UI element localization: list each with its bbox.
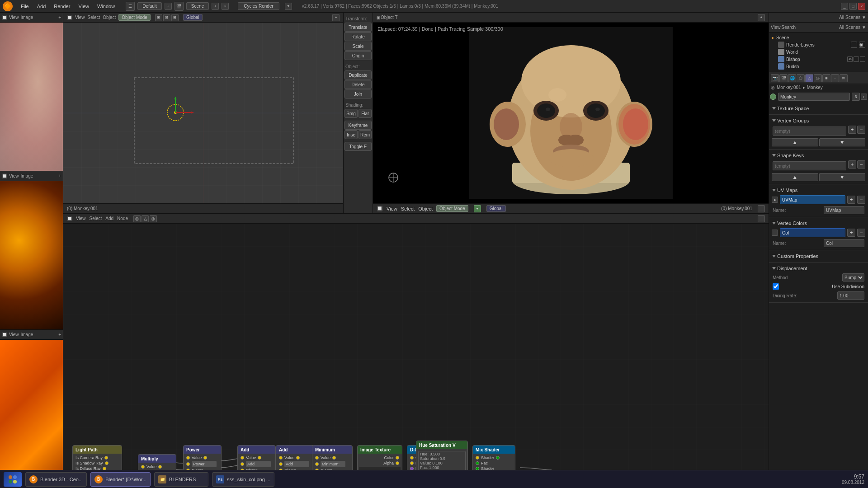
rem-button[interactable]: Rem xyxy=(359,130,372,139)
node-material-icon[interactable]: ◎ xyxy=(133,215,141,222)
render-global[interactable]: Global xyxy=(486,205,506,212)
scene-add[interactable]: + xyxy=(212,3,219,10)
scene-root[interactable]: ▸ Scene xyxy=(771,34,866,41)
rotate-button[interactable]: Rotate xyxy=(344,32,372,41)
taskbar-blender-ceo[interactable]: B Blender 3D - Ceo... xyxy=(25,472,87,487)
shape-key-down[interactable]: ▼ xyxy=(819,173,866,181)
minimum-value[interactable] xyxy=(321,461,345,467)
menu-render[interactable]: Render xyxy=(50,3,74,10)
taskbar-blender-active[interactable]: B Blender* [D:\Wor... xyxy=(90,472,151,487)
node-view-menu[interactable]: View xyxy=(76,216,86,221)
translate-button[interactable]: Translate xyxy=(344,23,372,32)
node-select-menu[interactable]: Select xyxy=(90,216,102,221)
shape-key-add[interactable]: + xyxy=(848,160,856,169)
render-viewport-toggle[interactable]: ● xyxy=(474,205,481,212)
ortho-object-menu[interactable]: Object xyxy=(103,15,116,20)
thumb-view-3[interactable]: View xyxy=(9,332,19,337)
viewport-toggle-3[interactable]: ⊞ xyxy=(171,14,179,21)
uv-map-name-input[interactable] xyxy=(780,195,845,204)
vertex-group-input[interactable] xyxy=(773,127,846,136)
thumb-expand-1[interactable]: + xyxy=(58,15,61,20)
prop-icon-material[interactable]: ◎ xyxy=(814,74,822,82)
thumb-image-1[interactable]: Image xyxy=(21,15,33,20)
add1-value[interactable] xyxy=(246,461,271,467)
thumb-view-1[interactable]: View xyxy=(9,15,19,20)
add2-value[interactable] xyxy=(284,461,309,467)
thumb-toolbar-3[interactable]: 🔲 xyxy=(2,332,7,337)
global-local-selector[interactable]: Global xyxy=(183,14,203,21)
thumb-view-2[interactable]: View xyxy=(9,174,19,178)
uv-map-remove[interactable]: − xyxy=(857,196,865,204)
origin-button[interactable]: Origin xyxy=(344,51,372,60)
vertex-color-remove[interactable]: − xyxy=(857,229,865,237)
toggle-e-button[interactable]: Toggle E xyxy=(344,142,372,151)
minimize-button[interactable]: _ xyxy=(841,3,848,10)
vertex-groups-header[interactable]: Vertex Groups xyxy=(771,117,866,125)
ortho-expand[interactable]: + xyxy=(332,14,340,21)
vertex-group-remove[interactable]: − xyxy=(857,126,865,134)
node-mesh-icon[interactable]: △ xyxy=(142,215,149,222)
engine-expand[interactable]: ▼ xyxy=(285,3,292,10)
flat-button[interactable]: Flat xyxy=(359,109,372,118)
node-camera-icon[interactable]: ◎ xyxy=(150,215,157,222)
scene-selector[interactable]: Scene xyxy=(186,2,209,10)
prop-icon-particles[interactable]: · xyxy=(831,74,839,82)
node-canvas[interactable]: Light Path Is Camera Ray Is Shadow Ray I… xyxy=(63,224,769,478)
scene-world[interactable]: World xyxy=(771,48,866,56)
node-add-menu[interactable]: Add xyxy=(105,216,113,221)
custom-properties-header[interactable]: Custom Properties xyxy=(771,252,866,260)
prop-icon-world[interactable]: 🌐 xyxy=(788,74,796,82)
workspace-selector[interactable]: Default xyxy=(137,2,162,10)
prop-icon-scene[interactable]: 🎬 xyxy=(779,74,788,82)
ortho-select-menu[interactable]: Select xyxy=(88,15,100,20)
thumb-expand-3[interactable]: + xyxy=(58,332,61,337)
menu-help[interactable]: Window xyxy=(94,3,118,10)
icon-bar-toggle[interactable]: ☰ xyxy=(126,2,135,11)
maximize-button[interactable]: □ xyxy=(849,3,857,10)
join-button[interactable]: Join xyxy=(344,89,372,99)
shape-key-input[interactable] xyxy=(773,161,846,170)
vertex-colors-header[interactable]: Vertex Colors xyxy=(771,219,866,227)
thumb-expand-2[interactable]: + xyxy=(58,174,61,178)
render-view-menu[interactable]: View xyxy=(387,206,397,211)
all-scenes-selector[interactable]: All Scenes ▼ xyxy=(839,15,866,20)
texture-space-header[interactable]: Texture Space xyxy=(771,104,866,113)
shape-keys-header[interactable]: Shape Keys xyxy=(771,151,866,160)
prop-icon-render[interactable]: 📷 xyxy=(771,74,779,82)
render-viewport[interactable]: ▣ Object T + Elapsed: 07:24.39 | Done | … xyxy=(373,13,769,213)
render-layers-eye[interactable] xyxy=(851,42,857,48)
props-header-all[interactable]: All Scenes ▼ xyxy=(839,25,866,30)
menu-add[interactable]: Add xyxy=(33,3,50,10)
vertex-group-up[interactable]: ▲ xyxy=(772,138,818,146)
taskbar-start-button[interactable] xyxy=(4,472,22,487)
vertex-color-name-input[interactable] xyxy=(780,228,845,237)
render-mode-selector[interactable]: Object Mode xyxy=(436,205,468,212)
uv-map-add[interactable]: + xyxy=(847,196,855,204)
scale-button[interactable]: Scale xyxy=(344,42,372,51)
render-object-menu[interactable]: Object xyxy=(418,206,433,211)
taskbar-photoshop[interactable]: Ps sss_skin_col.png ... xyxy=(212,472,274,487)
ortho-view-menu[interactable]: View xyxy=(75,15,85,20)
vertex-color-add[interactable]: + xyxy=(847,229,855,237)
taskbar-blenders[interactable]: 📁 BLENDERS xyxy=(154,472,208,487)
displacement-method-select[interactable]: Bump xyxy=(842,273,864,282)
power-value[interactable] xyxy=(192,461,217,467)
material-name-field[interactable] xyxy=(778,93,850,101)
inset-button[interactable]: Inse xyxy=(344,130,358,139)
render-select-menu[interactable]: Select xyxy=(401,206,415,211)
render-layers-render[interactable]: ◉ xyxy=(859,42,865,48)
smooth-button[interactable]: Smg xyxy=(344,109,358,118)
node-editor[interactable]: 🔲 View Select Add Node ◎ △ ◎ xyxy=(63,214,769,488)
user-ortho-viewport[interactable]: 🔲 View Select Object Object Mode ⊞ ⊡ ⊞ G… xyxy=(63,13,344,213)
prop-icon-data[interactable]: △ xyxy=(805,74,813,82)
bishop-eye[interactable]: 👁 xyxy=(847,56,853,62)
props-header-search[interactable]: Search xyxy=(782,25,796,30)
use-subdivision-checkbox[interactable] xyxy=(773,283,779,290)
ortho-viewport-content[interactable] xyxy=(63,23,343,203)
uv-maps-header[interactable]: UV Maps xyxy=(771,186,866,194)
render-viewport-expand[interactable] xyxy=(758,205,765,212)
props-header-view[interactable]: View xyxy=(771,25,781,30)
delete-button[interactable]: Delete xyxy=(344,80,372,89)
prop-icon-texture[interactable]: ■ xyxy=(822,74,830,82)
viewport-toggle-2[interactable]: ⊡ xyxy=(163,14,170,21)
